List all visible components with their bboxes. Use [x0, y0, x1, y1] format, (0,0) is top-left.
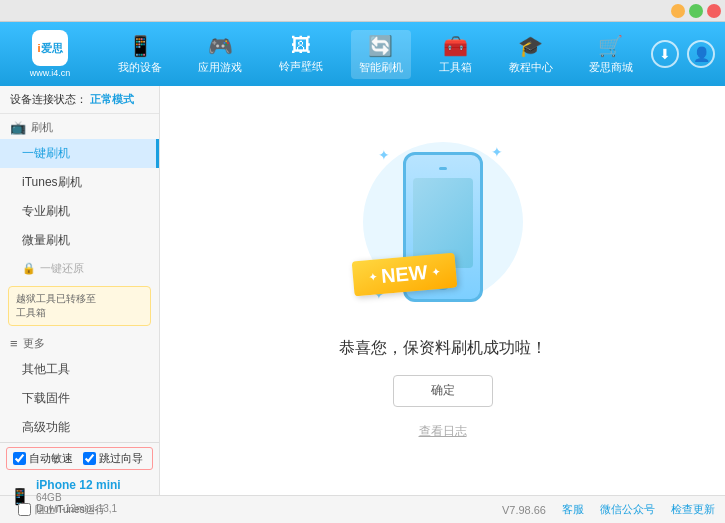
sidebar-item-micro-label: 微量刷机	[22, 233, 70, 247]
main-area: 设备连接状态： 正常模式 📺 刷机 一键刷机 iTunes刷机 专业刷机 微量刷…	[0, 86, 725, 495]
smart-flash-icon: 🔄	[368, 34, 393, 58]
success-message: 恭喜您，保资料刷机成功啦！	[339, 338, 547, 359]
sidebar-item-other-tools[interactable]: 其他工具	[0, 355, 159, 384]
bottom-bar: 阻止iTunes运行 V7.98.66 客服 微信公众号 检查更新	[0, 495, 725, 523]
sidebar-item-advanced-label: 高级功能	[22, 420, 70, 434]
section-flash-label: 刷机	[31, 120, 53, 135]
checkbox-auto-jump[interactable]: 自动敏速	[13, 451, 73, 466]
sidebar-item-other-tools-label: 其他工具	[22, 362, 70, 376]
checkbox-skip-wizard-label: 跳过向导	[99, 451, 143, 466]
checkbox-skip-wizard-input[interactable]	[83, 452, 96, 465]
checkbox-group: 自动敏速 跳过向导	[6, 447, 153, 470]
stop-itunes-checkbox[interactable]	[18, 503, 31, 516]
section-more: ≡ 更多	[0, 330, 159, 355]
nav-actions: ⬇ 👤	[651, 40, 715, 68]
sidebar-item-advanced[interactable]: 高级功能	[0, 413, 159, 442]
sidebar-item-pro[interactable]: 专业刷机	[0, 197, 159, 226]
sparkle-icon-1: ✦	[378, 147, 390, 163]
toolbox-icon: 🧰	[443, 34, 468, 58]
stop-itunes-control: 阻止iTunes运行	[10, 499, 113, 521]
nav-smart-flash-label: 智能刷机	[359, 60, 403, 75]
sidebar-item-onekey[interactable]: 一键刷机	[0, 139, 159, 168]
nav-shop[interactable]: 🛒 爱思商城	[581, 30, 641, 79]
sparkle-icon-2: ✦	[491, 144, 503, 160]
sidebar-item-itunes[interactable]: iTunes刷机	[0, 168, 159, 197]
bottom-right: V7.98.66 客服 微信公众号 检查更新	[502, 502, 715, 517]
sidebar-notice-text: 越狱工具已转移至 工具箱	[16, 293, 96, 318]
my-device-icon: 📱	[128, 34, 153, 58]
shop-icon: 🛒	[598, 34, 623, 58]
more-section-icon: ≡	[10, 336, 18, 351]
checkbox-auto-jump-label: 自动敏速	[29, 451, 73, 466]
checkbox-skip-wizard[interactable]: 跳过向导	[83, 451, 143, 466]
nav-my-device[interactable]: 📱 我的设备	[110, 30, 170, 79]
nav-tutorial-label: 教程中心	[509, 60, 553, 75]
nav-bar: 📱 我的设备 🎮 应用游戏 🖼 铃声壁纸 🔄 智能刷机 🧰 工具箱 🎓 教程中心	[100, 30, 651, 79]
sidebar-item-micro[interactable]: 微量刷机	[0, 226, 159, 255]
phone-illustration: ✦ ✦ ✦ NEW	[363, 142, 523, 322]
header: i爱思 www.i4.cn 📱 我的设备 🎮 应用游戏 🖼 铃声壁纸 🔄 智能刷…	[0, 22, 725, 86]
minimize-button[interactable]	[671, 4, 685, 18]
sidebar-item-download-firmware-label: 下载固件	[22, 391, 70, 405]
nav-apps-games-label: 应用游戏	[198, 60, 242, 75]
status-label: 设备连接状态：	[10, 93, 87, 105]
success-card: ✦ ✦ ✦ NEW 恭喜您，保资料刷机成功啦！ 确定 查看日志	[339, 142, 547, 440]
wallpaper-icon: 🖼	[291, 34, 311, 57]
wechat-link[interactable]: 微信公众号	[600, 502, 655, 517]
lock-icon: 🔒	[22, 262, 36, 275]
sidebar-item-locked: 🔒 一键还原	[0, 255, 159, 282]
content-area: ✦ ✦ ✦ NEW 恭喜您，保资料刷机成功啦！ 确定 查看日志	[160, 86, 725, 495]
sidebar-item-pro-label: 专业刷机	[22, 204, 70, 218]
nav-apps-games[interactable]: 🎮 应用游戏	[190, 30, 250, 79]
flash-section-icon: 📺	[10, 120, 26, 135]
device-name: iPhone 12 mini	[36, 478, 121, 492]
nav-wallpaper[interactable]: 🖼 铃声壁纸	[271, 30, 331, 79]
sidebar-item-restore-label: 一键还原	[40, 261, 84, 276]
titlebar	[0, 0, 725, 22]
checkbox-auto-jump-input[interactable]	[13, 452, 26, 465]
sidebar-item-itunes-label: iTunes刷机	[22, 175, 82, 189]
nav-tutorial[interactable]: 🎓 教程中心	[501, 30, 561, 79]
bottom-left: 阻止iTunes运行	[10, 499, 502, 521]
device-status-bar: 设备连接状态： 正常模式	[0, 86, 159, 114]
logo-icon: i爱思	[32, 30, 68, 66]
user-button[interactable]: 👤	[687, 40, 715, 68]
status-value: 正常模式	[90, 93, 134, 105]
confirm-button[interactable]: 确定	[393, 375, 493, 407]
goto-log-link[interactable]: 查看日志	[419, 423, 467, 440]
maximize-button[interactable]	[689, 4, 703, 18]
section-more-label: 更多	[23, 336, 45, 351]
update-link[interactable]: 检查更新	[671, 502, 715, 517]
apps-games-icon: 🎮	[208, 34, 233, 58]
nav-smart-flash[interactable]: 🔄 智能刷机	[351, 30, 411, 79]
download-button[interactable]: ⬇	[651, 40, 679, 68]
nav-toolbox[interactable]: 🧰 工具箱	[431, 30, 480, 79]
nav-toolbox-label: 工具箱	[439, 60, 472, 75]
stop-itunes-label: 阻止iTunes运行	[35, 503, 105, 517]
sidebar-item-download-firmware[interactable]: 下载固件	[0, 384, 159, 413]
nav-my-device-label: 我的设备	[118, 60, 162, 75]
close-button[interactable]	[707, 4, 721, 18]
tutorial-icon: 🎓	[518, 34, 543, 58]
logo: i爱思 www.i4.cn	[10, 30, 90, 78]
sidebar-item-onekey-label: 一键刷机	[22, 146, 70, 160]
logo-url: www.i4.cn	[30, 68, 71, 78]
version-label: V7.98.66	[502, 504, 546, 516]
support-link[interactable]: 客服	[562, 502, 584, 517]
sidebar-notice: 越狱工具已转移至 工具箱	[8, 286, 151, 326]
nav-shop-label: 爱思商城	[589, 60, 633, 75]
sidebar: 设备连接状态： 正常模式 📺 刷机 一键刷机 iTunes刷机 专业刷机 微量刷…	[0, 86, 160, 495]
nav-wallpaper-label: 铃声壁纸	[279, 59, 323, 74]
section-flash: 📺 刷机	[0, 114, 159, 139]
